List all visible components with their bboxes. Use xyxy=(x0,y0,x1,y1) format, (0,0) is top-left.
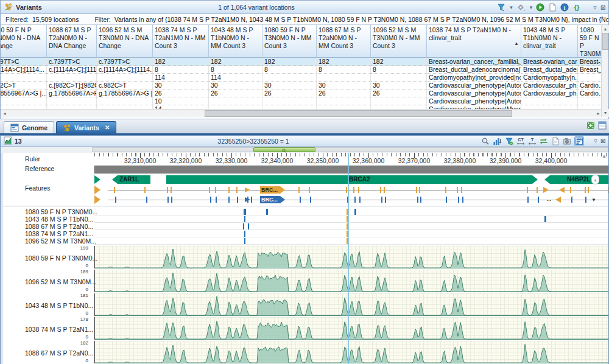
exon-tick[interactable] xyxy=(236,187,238,193)
swap-arrows-icon[interactable] xyxy=(540,137,548,145)
exon-tick[interactable] xyxy=(300,197,301,203)
exon-tick[interactable] xyxy=(298,187,300,193)
exon-tick[interactable] xyxy=(310,197,311,203)
exon-tick[interactable] xyxy=(210,197,211,203)
exon-tick[interactable] xyxy=(446,197,447,203)
scroll-down-button[interactable]: ▾ xyxy=(602,109,609,117)
braces-icon[interactable]: {} xyxy=(572,3,581,12)
table-row[interactable]: 114114Cardiomyopathy|not_provided|not_..… xyxy=(1,74,602,82)
exon-tick[interactable] xyxy=(385,197,386,203)
exon-tick[interactable] xyxy=(144,187,146,193)
navigator-track[interactable] xyxy=(92,147,608,152)
content-scroll-up-icon[interactable]: ▲ xyxy=(602,153,607,159)
column-header-4[interactable]: 1043 48 M S P T1bN0M0 N - MM Count 3 xyxy=(209,25,262,58)
exon-tick[interactable] xyxy=(608,187,608,193)
transcript-name-box[interactable]: BRC... xyxy=(260,186,285,194)
vertical-scrollbar[interactable]: ▴ ▾ xyxy=(601,25,608,117)
tab-variants[interactable]: Variants✕ xyxy=(56,121,116,133)
exon-tick[interactable] xyxy=(416,187,417,193)
variant-mark[interactable] xyxy=(266,209,268,215)
exon-tick[interactable] xyxy=(585,197,586,203)
snapshot-icon[interactable] xyxy=(563,137,571,145)
tab-genome[interactable]: Genome xyxy=(4,121,54,133)
exon-tick[interactable] xyxy=(458,197,459,203)
filter-menu-icon[interactable] xyxy=(496,3,506,12)
exon-tick[interactable] xyxy=(457,187,458,193)
window-collapse-icon[interactable]: ▿ xyxy=(593,4,597,12)
ct-span-icon[interactable]: CT xyxy=(516,137,525,145)
column-header-3[interactable]: 1038 74 M S P T2aN1M0 N - MM Count 3 xyxy=(153,25,209,58)
exon-tick[interactable] xyxy=(228,187,230,193)
exon-tick[interactable] xyxy=(537,187,538,193)
exon-tick[interactable] xyxy=(381,197,382,203)
filter-green-icon[interactable] xyxy=(505,137,513,145)
exon-tick[interactable] xyxy=(353,187,354,193)
exon-tick[interactable] xyxy=(359,197,361,203)
exon-tick[interactable] xyxy=(237,197,238,203)
layout-icon[interactable] xyxy=(598,121,607,130)
exon-tick[interactable] xyxy=(346,187,347,193)
info-icon[interactable]: i xyxy=(560,3,569,12)
exon-tick[interactable] xyxy=(167,187,168,193)
exon-tick[interactable] xyxy=(114,187,115,193)
exon-tick[interactable] xyxy=(461,187,462,193)
exon-tick[interactable] xyxy=(251,197,252,203)
transcript-dropdown-icon[interactable]: ▼ xyxy=(591,197,596,203)
exon-tick[interactable] xyxy=(358,187,359,193)
variant-mark[interactable] xyxy=(544,216,546,222)
vertical-scroll-thumb[interactable] xyxy=(602,33,608,50)
exon-tick[interactable] xyxy=(354,197,356,203)
variant-mark[interactable] xyxy=(244,209,246,215)
exon-tick[interactable] xyxy=(462,197,463,203)
table-row[interactable]: c.982C>Tc.[982C>T];[982C>C]c.982C>T30303… xyxy=(1,82,602,89)
exon-tick[interactable] xyxy=(445,187,446,193)
variant-mark[interactable] xyxy=(243,223,244,229)
settings-menu-icon[interactable] xyxy=(516,3,526,12)
dropdown-arrow-icon[interactable]: ▾ xyxy=(510,4,513,10)
exon-tick[interactable] xyxy=(167,197,169,203)
exon-tick[interactable] xyxy=(570,187,571,193)
exon-tick[interactable] xyxy=(384,187,385,193)
exon-tick[interactable] xyxy=(146,197,147,203)
column-header-6[interactable]: 1088 67 M S P T2aN0M0 N - MM Count 3 xyxy=(317,25,371,58)
column-header-5[interactable]: 1080 59 F N P T3N0M0 N - MM Count 3 xyxy=(262,25,317,58)
exon-tick[interactable] xyxy=(171,197,172,203)
features-scroll-pill[interactable]: ▲ xyxy=(591,175,599,184)
transcript-name-box[interactable]: BRC... xyxy=(260,196,285,203)
column-header-9[interactable]: 1043 48 M S P T1bN0M0 N - clinvar_trait xyxy=(521,25,578,58)
t-span-icon[interactable]: T xyxy=(528,137,537,145)
exon-tick[interactable] xyxy=(571,197,572,203)
horizontal-scroll-thumb[interactable] xyxy=(205,110,512,117)
table-row[interactable]: c.[1114A>C];[1114...c.[1114A>C];[1114...… xyxy=(1,66,602,74)
variant-mark[interactable] xyxy=(244,238,245,244)
exon-tick[interactable] xyxy=(209,187,210,193)
exon-tick[interactable] xyxy=(216,197,217,203)
horizontal-scrollbar[interactable]: ◂ ▸ xyxy=(1,109,602,117)
column-header-2[interactable]: 1096 52 M S M T3N0M0 N - DNA Change xyxy=(97,25,153,58)
exon-tick[interactable] xyxy=(538,197,539,203)
variant-mark[interactable] xyxy=(354,209,356,215)
dropdown-arrow-icon[interactable]: ▾ xyxy=(530,4,533,10)
table-row[interactable]: g.178556967A>G |...g.178556967A>R |...g.… xyxy=(1,89,602,97)
filterbar-collapse-icon[interactable]: ⌃ xyxy=(600,15,605,22)
new-doc-icon[interactable] xyxy=(548,3,557,12)
panel-icon[interactable] xyxy=(574,136,584,146)
column-header-10[interactable]: 1080 59 F N P T3N0M0 N - clinvar_trait xyxy=(578,25,602,58)
variant-mark[interactable] xyxy=(248,223,249,229)
report-icon[interactable] xyxy=(551,137,560,145)
exon-tick[interactable] xyxy=(420,197,421,203)
column-header-7[interactable]: 1096 52 M S M T3N0M0 N - MM Count 3 xyxy=(371,25,427,58)
exon-tick[interactable] xyxy=(309,187,310,193)
navigator-zoom-thumb[interactable] xyxy=(253,147,315,152)
exon-tick[interactable] xyxy=(228,197,230,203)
exon-tick[interactable] xyxy=(380,187,381,193)
column-header-1[interactable]: 1088 67 M S P T2aN0M0 N - DNA Change xyxy=(47,25,97,58)
variant-mark[interactable] xyxy=(244,216,245,222)
exon-tick[interactable] xyxy=(115,197,116,203)
exon-tick[interactable] xyxy=(417,197,418,203)
window-close-icon[interactable]: ⊠ xyxy=(600,4,606,12)
tab-close-icon[interactable]: ✕ xyxy=(105,124,110,131)
exon-tick[interactable] xyxy=(585,187,586,193)
table-row[interactable]: c.7397T>Cc.7397T>Cc.7397T>C1821821821821… xyxy=(1,58,602,66)
exon-tick[interactable] xyxy=(171,187,172,193)
